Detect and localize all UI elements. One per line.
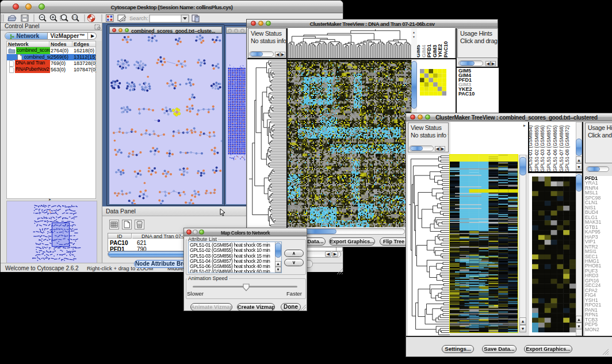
svg-text:GIM3: GIM3: [432, 45, 438, 58]
svg-text:GPL51-01 (GSM854): GPL51-01 (GSM854): [529, 125, 533, 172]
svg-text:1:1: 1:1: [72, 16, 77, 19]
svg-text:GPL51-08 (GSM872): GPL51-08 (GSM872): [564, 125, 570, 172]
svg-text:GPL51-06 (GSM865): GPL51-06 (GSM865): [552, 125, 558, 172]
svg-text:GPL51-07 (GSM868): GPL51-07 (GSM868): [559, 125, 564, 172]
svg-text:GPL51-03 (GSM856): GPL51-03 (GSM856): [540, 125, 545, 172]
svg-text:GPL51-04 (GSM857): GPL51-04 (GSM857): [546, 125, 552, 172]
svg-text:Search:: Search:: [129, 15, 148, 21]
svg-text:GPL51-02 (GSM855): GPL51-02 (GSM855): [534, 125, 540, 172]
svg-text:YKE2: YKE2: [437, 44, 443, 58]
svg-text:PAC10: PAC10: [443, 41, 449, 58]
svg-text:GIM4: GIM4: [421, 45, 427, 58]
svg-text:PFD1: PFD1: [426, 44, 432, 58]
